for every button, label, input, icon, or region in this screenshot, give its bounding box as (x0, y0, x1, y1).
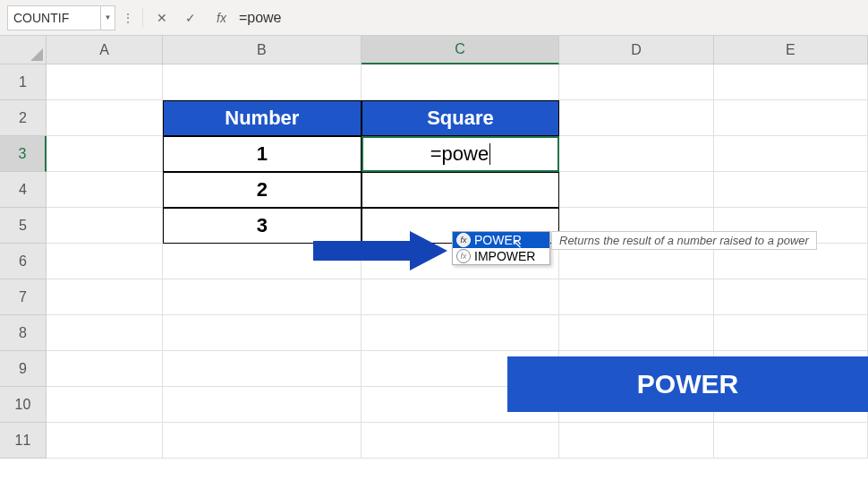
cell-a7[interactable] (47, 279, 163, 315)
cell-c1[interactable] (362, 64, 560, 100)
formula-input[interactable] (235, 5, 861, 30)
cell-a4[interactable] (47, 172, 163, 208)
column-header-b[interactable]: B (163, 36, 362, 64)
spreadsheet-grid: A B C D E 1 2 3 4 5 6 7 8 9 10 11 Number… (0, 36, 868, 489)
cell-a11[interactable] (47, 423, 163, 459)
fx-icon: fx (456, 249, 471, 263)
cell-a5[interactable] (47, 208, 163, 244)
cell-d4[interactable] (559, 172, 713, 208)
cells-area: Number Square 1 =powe 2 3 (47, 64, 868, 489)
row-header-10[interactable]: 10 (0, 387, 47, 423)
cell-d11[interactable] (559, 423, 713, 459)
cell-a1[interactable] (47, 64, 163, 100)
cell-a8[interactable] (47, 315, 163, 351)
cell-a3[interactable] (47, 136, 163, 172)
cell-b8[interactable] (163, 315, 362, 351)
enter-formula-icon[interactable]: ✓ (179, 6, 202, 30)
cell-e8[interactable] (714, 315, 868, 351)
row-header-2[interactable]: 2 (0, 100, 47, 136)
cell-d2[interactable] (559, 100, 713, 136)
autocomplete-item-label: IMPOWER (474, 249, 535, 263)
separator (142, 8, 143, 28)
cell-d7[interactable] (559, 279, 713, 315)
name-box[interactable]: COUNTIF (7, 5, 101, 30)
column-header-c[interactable]: C (362, 36, 560, 64)
row-header-9[interactable]: 9 (0, 351, 47, 387)
annotation-banner: POWER (507, 356, 868, 412)
cell-c3-text: =powe (430, 142, 489, 166)
formula-autocomplete-dropdown: fx POWER fx IMPOWER (452, 231, 550, 265)
row-header-3[interactable]: 3 (0, 136, 47, 172)
cell-a6[interactable] (47, 244, 163, 279)
fx-icon: fx (456, 233, 471, 247)
column-header-e[interactable]: E (714, 36, 868, 64)
cell-d1[interactable] (559, 64, 713, 100)
cell-b2[interactable]: Number (163, 100, 362, 136)
cell-b4[interactable]: 2 (163, 172, 362, 208)
cancel-formula-icon[interactable]: ✕ (150, 6, 174, 30)
cell-d3[interactable] (559, 136, 713, 172)
cell-d8[interactable] (559, 315, 713, 351)
cell-e1[interactable] (714, 64, 868, 100)
cell-a2[interactable] (47, 100, 163, 136)
autocomplete-tooltip: Returns the result of a number raised to… (551, 231, 817, 250)
formula-bar: COUNTIF ▼ ⋮ ✕ ✓ fx (0, 0, 868, 36)
row-header-11[interactable]: 11 (0, 423, 47, 459)
cell-c3[interactable]: =powe (362, 136, 560, 172)
name-box-dropdown-icon[interactable]: ▼ (101, 5, 115, 30)
text-cursor (489, 143, 490, 165)
autocomplete-item-power[interactable]: fx POWER (453, 232, 549, 248)
row-header-5[interactable]: 5 (0, 208, 47, 244)
cell-b11[interactable] (163, 423, 362, 459)
row-header-7[interactable]: 7 (0, 279, 47, 315)
select-all-button[interactable] (0, 36, 47, 64)
autocomplete-item-impower[interactable]: fx IMPOWER (453, 248, 549, 264)
column-headers: A B C D E (47, 36, 868, 64)
cell-e4[interactable] (714, 172, 868, 208)
cell-c2[interactable]: Square (362, 100, 560, 136)
row-header-8[interactable]: 8 (0, 315, 47, 351)
cell-b7[interactable] (163, 279, 362, 315)
cell-c4[interactable] (362, 172, 560, 208)
expand-formula-icon[interactable]: ⋮ (121, 5, 135, 30)
row-header-1[interactable]: 1 (0, 64, 47, 100)
cell-c11[interactable] (362, 423, 560, 459)
cell-e3[interactable] (714, 136, 868, 172)
row-header-6[interactable]: 6 (0, 244, 47, 279)
cell-e2[interactable] (714, 100, 868, 136)
row-header-4[interactable]: 4 (0, 172, 47, 208)
cell-a10[interactable] (47, 387, 163, 423)
column-header-a[interactable]: A (47, 36, 163, 64)
cell-b10[interactable] (163, 387, 362, 423)
cell-e11[interactable] (714, 423, 868, 459)
column-header-d[interactable]: D (559, 36, 713, 64)
cell-a9[interactable] (47, 351, 163, 387)
cell-b1[interactable] (163, 64, 362, 100)
cell-b9[interactable] (163, 351, 362, 387)
cell-e7[interactable] (714, 279, 868, 315)
autocomplete-item-label: POWER (474, 233, 522, 247)
fx-icon[interactable]: fx (217, 11, 226, 25)
annotation-arrow-icon (313, 231, 447, 270)
cell-c8[interactable] (362, 315, 560, 351)
row-headers: 1 2 3 4 5 6 7 8 9 10 11 (0, 64, 47, 459)
cell-c7[interactable] (362, 279, 560, 315)
cell-b3[interactable]: 1 (163, 136, 362, 172)
